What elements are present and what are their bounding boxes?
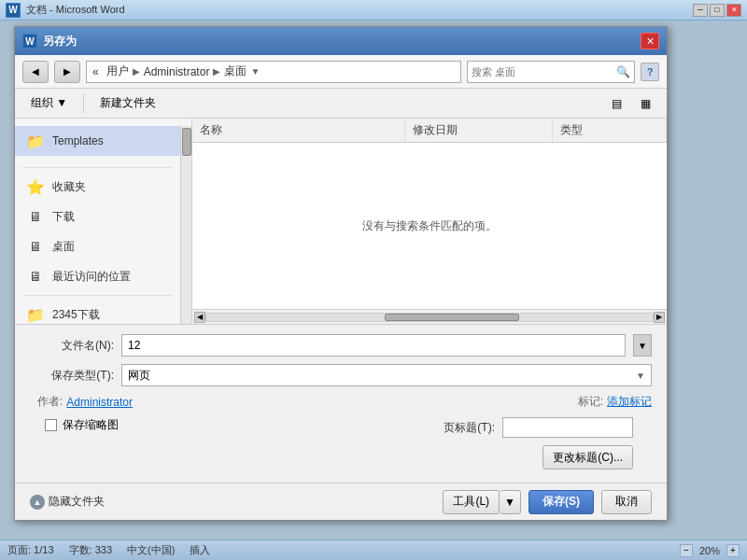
empty-message: 没有与搜索条件匹配的项。: [362, 218, 497, 234]
new-folder-button[interactable]: 新建文件夹: [92, 92, 164, 115]
horizontal-scrollbar[interactable]: ◀ ▶: [192, 309, 667, 324]
filename-row: 文件名(N): ▼: [30, 334, 652, 357]
col-name-header[interactable]: 名称: [192, 119, 405, 142]
language-status: 中文(中国): [127, 543, 175, 557]
sidebar: 📁 Templates ⭐ 收藏夹 🖥 下载: [15, 119, 192, 324]
sidebar-favorites-label: 收藏夹: [52, 179, 86, 195]
search-input[interactable]: [472, 66, 614, 77]
col-date-header[interactable]: 修改日期: [405, 119, 553, 142]
page-title-row: 页标题(T):: [444, 417, 633, 438]
save-thumbnail-label: 保存缩略图: [63, 417, 119, 433]
author-label: 作者:: [37, 394, 63, 410]
filetype-label: 保存类型(T):: [30, 368, 114, 384]
favorites-icon: ⭐: [26, 178, 45, 195]
sidebar-item-favorites[interactable]: ⭐ 收藏夹: [15, 172, 180, 202]
action-buttons: 工具(L) ▼ 保存(S) 取消: [443, 490, 652, 514]
status-bar: 页面: 1/13 字数: 333 中文(中国) 插入 − 20% +: [0, 539, 747, 560]
sidebar-item-recent[interactable]: 🖥 最近访问的位置: [15, 261, 180, 291]
col-type-header[interactable]: 类型: [553, 119, 667, 142]
forward-button[interactable]: ▶: [54, 61, 80, 83]
word-count-status: 字数: 333: [69, 543, 112, 557]
close-button[interactable]: ✕: [726, 4, 741, 17]
status-right: − 20% +: [680, 544, 740, 557]
sidebar-divider-1: [22, 167, 173, 168]
sidebar-item-2345[interactable]: 📁 2345下载: [15, 300, 180, 324]
maximize-button[interactable]: □: [710, 4, 725, 17]
address-path[interactable]: « 用户 ▶ Administrator ▶ 桌面 ▼: [86, 61, 461, 83]
tags-label: 标记:: [578, 394, 603, 410]
tools-button[interactable]: 工具(L): [443, 490, 500, 514]
hscroll-left-btn[interactable]: ◀: [194, 312, 205, 323]
path-users: 用户: [106, 63, 129, 79]
recent-icon: 🖥: [26, 268, 45, 285]
mode-status: 插入: [190, 543, 210, 557]
meta-row: 作者: Administrator 标记: 添加标记: [30, 394, 652, 410]
hscroll-right-btn[interactable]: ▶: [654, 312, 665, 323]
back-button[interactable]: ◀: [22, 61, 49, 83]
file-list-header: 名称 修改日期 类型: [192, 119, 667, 143]
hscroll-track[interactable]: [205, 313, 654, 322]
hide-folders-button[interactable]: ▲ 隐藏文件夹: [30, 494, 105, 510]
filename-dropdown-btn[interactable]: ▼: [633, 334, 652, 357]
filetype-dropdown[interactable]: 网页 ▼: [121, 364, 652, 386]
main-area: 📁 Templates ⭐ 收藏夹 🖥 下载: [15, 119, 667, 324]
view-button-1[interactable]: ▤: [603, 92, 630, 115]
sidebar-templates-label: Templates: [52, 134, 104, 147]
view-controls: ▤ ▦: [603, 92, 659, 115]
2345-icon: 📁: [26, 306, 45, 323]
save-button[interactable]: 保存(S): [529, 490, 594, 514]
dialog-title-text: 另存为: [43, 34, 77, 49]
file-list-empty: 没有与搜索条件匹配的项。: [192, 143, 667, 309]
save-thumbnail-checkbox[interactable]: [45, 419, 57, 431]
author-value[interactable]: Administrator: [66, 396, 133, 409]
organize-button[interactable]: 组织 ▼: [22, 92, 76, 115]
sidebar-2345-label: 2345下载: [52, 307, 100, 323]
tools-dropdown-button[interactable]: ▼: [500, 490, 521, 514]
minimize-button[interactable]: ─: [693, 4, 708, 17]
address-bar: ◀ ▶ « 用户 ▶ Administrator ▶ 桌面 ▼ 🔍 ?: [15, 55, 667, 89]
sidebar-divider-2: [22, 295, 173, 296]
word-icon: W: [6, 3, 21, 18]
word-title-text: 文档 - Microsoft Word: [26, 3, 125, 17]
author-item: 作者: Administrator: [37, 394, 133, 410]
toolbar: 组织 ▼ 新建文件夹 ▤ ▦: [15, 89, 667, 119]
page-status: 页面: 1/13: [7, 543, 54, 557]
left-options: 保存缩略图: [37, 417, 119, 437]
sidebar-item-templates[interactable]: 📁 Templates: [15, 126, 180, 156]
save-as-dialog: W 另存为 ✕ ◀ ▶ « 用户 ▶ Administrator ▶ 桌面 ▼ …: [14, 26, 668, 521]
filename-input[interactable]: [121, 334, 626, 357]
sidebar-scroll-thumb[interactable]: [182, 128, 191, 156]
tags-item: 标记: 添加标记: [578, 394, 652, 410]
search-box[interactable]: 🔍: [467, 61, 635, 83]
page-title-input[interactable]: [502, 417, 633, 438]
sidebar-scrollbar[interactable]: [180, 126, 191, 324]
templates-folder-icon: 📁: [26, 133, 45, 149]
filetype-row: 保存类型(T): 网页 ▼: [30, 364, 652, 386]
zoom-in-button[interactable]: +: [726, 544, 740, 557]
path-admin: Administrator: [144, 65, 210, 78]
dialog-title-bar: W 另存为 ✕: [15, 27, 667, 55]
thumbnail-checkbox-row: 保存缩略图: [37, 417, 119, 433]
filetype-dropdown-arrow: ▼: [636, 371, 645, 381]
cancel-button[interactable]: 取消: [601, 490, 652, 514]
hscroll-thumb[interactable]: [385, 314, 518, 321]
filetype-value: 网页: [128, 368, 150, 384]
help-button[interactable]: ?: [641, 63, 659, 81]
sidebar-recent-label: 最近访问的位置: [52, 269, 131, 285]
view-button-2[interactable]: ▦: [632, 92, 659, 115]
downloads-icon: 🖥: [26, 208, 45, 225]
path-home: «: [92, 65, 99, 78]
form-area: 文件名(N): ▼ 保存类型(T): 网页 ▼ 作者: Administrato…: [15, 324, 667, 483]
search-icon: 🔍: [616, 65, 630, 78]
dialog-close-button[interactable]: ✕: [641, 33, 659, 49]
word-title-bar: W 文档 - Microsoft Word ─ □ ✕: [0, 0, 747, 21]
tags-value[interactable]: 添加标记: [607, 394, 652, 410]
change-title-button[interactable]: 更改标题(C)...: [543, 445, 633, 469]
sidebar-item-desktop[interactable]: 🖥 桌面: [15, 231, 180, 261]
hide-folders-icon: ▲: [30, 495, 45, 510]
sidebar-downloads-label: 下载: [52, 209, 75, 225]
zoom-out-button[interactable]: −: [680, 544, 693, 557]
sidebar-item-downloads[interactable]: 🖥 下载: [15, 202, 180, 231]
tools-btn-group: 工具(L) ▼: [443, 490, 521, 514]
sidebar-desktop-label: 桌面: [52, 239, 75, 255]
